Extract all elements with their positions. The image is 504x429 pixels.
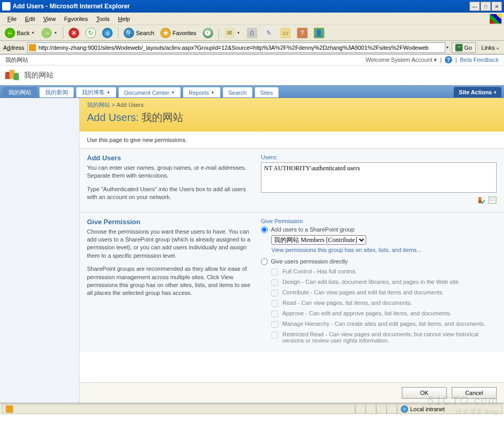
- perm-read: Read - Can view pages, list items, and d…: [271, 300, 497, 307]
- status-panel-main: [2, 404, 355, 414]
- radio-give-directly-input[interactable]: [261, 258, 268, 265]
- section-head-permission: Give Permission: [87, 218, 250, 226]
- sp-root-link[interactable]: 我的网站: [5, 56, 366, 64]
- radio-give-directly[interactable]: Give users permission directly: [261, 258, 497, 265]
- windows-flag-icon: [489, 14, 502, 24]
- view-permissions-link[interactable]: View permissions this group has on sites…: [271, 247, 497, 253]
- maximize-button[interactable]: □: [480, 2, 491, 11]
- page-status-icon: [6, 405, 13, 413]
- address-label: Address: [2, 45, 25, 51]
- ie-icon: [2, 2, 10, 10]
- help-icon[interactable]: ?: [445, 56, 452, 63]
- tab-document-center[interactable]: Document Center ▾: [118, 87, 181, 97]
- status-panel-1: [355, 404, 366, 414]
- perm-design: Design - Can edit lists, document librar…: [271, 279, 497, 286]
- give-permission-section: Give Permission Choose the permissions y…: [80, 212, 504, 352]
- address-bar: Address ▾ Go Links »: [0, 41, 504, 54]
- tab-search[interactable]: Search: [223, 87, 253, 97]
- stop-button[interactable]: ✕: [66, 26, 82, 40]
- edit-button[interactable]: ✎: [261, 26, 277, 40]
- cancel-button[interactable]: Cancel: [452, 387, 497, 399]
- menu-edit[interactable]: Edit: [21, 14, 39, 24]
- svg-point-0: [478, 197, 481, 200]
- search-button[interactable]: 🔍Search: [121, 26, 157, 40]
- menu-view[interactable]: View: [39, 14, 60, 24]
- window-title: Add Users - Microsoft Internet Explorer: [13, 3, 469, 10]
- tab-mynews[interactable]: 我的新闻: [39, 87, 74, 97]
- mail-button[interactable]: ✉▾: [222, 26, 243, 40]
- globe-icon: [401, 405, 408, 413]
- beta-feedback-link[interactable]: Beta Feedback: [460, 57, 499, 63]
- sp-site-title-area: 我的网站: [0, 65, 504, 85]
- menu-help[interactable]: Help: [114, 14, 134, 24]
- browse-users-icon[interactable]: [488, 196, 497, 204]
- breadcrumb-current: Add Users: [117, 102, 144, 108]
- tab-reports[interactable]: Reports ▾: [183, 87, 221, 97]
- radio-add-to-group[interactable]: Add users to a SharePoint group: [261, 226, 497, 233]
- svg-rect-1: [478, 200, 481, 203]
- status-panel-2: [366, 404, 376, 414]
- sp-top-nav: 我的网站 我的新闻 我的博客 ▾ Document Center ▾ Repor…: [0, 85, 504, 98]
- radio-add-to-group-input[interactable]: [261, 226, 268, 233]
- status-bar: Local intranet: [0, 403, 504, 414]
- content-area: 我的网站 > Add Users Add Users: 我的网站 Use thi…: [80, 98, 504, 403]
- section-head-addusers: Add Users: [87, 154, 250, 162]
- menu-tools[interactable]: Tools: [92, 14, 114, 24]
- svg-rect-2: [489, 197, 496, 203]
- close-button[interactable]: ✕: [491, 2, 502, 11]
- window-title-bar: Add Users - Microsoft Internet Explorer …: [0, 0, 504, 13]
- security-zone[interactable]: Local intranet: [397, 404, 502, 414]
- perm-contribute: Contribute - Can view pages and edit lis…: [271, 289, 497, 296]
- print-button[interactable]: ⎙: [244, 26, 260, 40]
- people-logo-icon: [5, 70, 20, 81]
- ok-button[interactable]: OK: [402, 387, 447, 399]
- favorites-button[interactable]: ★Favorites: [158, 26, 199, 40]
- quick-launch: [0, 98, 80, 403]
- perm-manage-hierarchy: Manage Hierarchy - Can create sites and …: [271, 321, 497, 328]
- add-users-section: Add Users You can enter user names, grou…: [80, 149, 504, 212]
- tab-mysite[interactable]: 我的网站: [3, 87, 37, 97]
- status-panel-4: [387, 404, 397, 414]
- menu-favorites[interactable]: Favorites: [60, 14, 92, 24]
- check-names-icon[interactable]: [477, 196, 485, 204]
- page-title: Add Users: 我的网站: [87, 111, 497, 125]
- button-row: OK Cancel: [80, 382, 504, 403]
- sp-welcome-band: 我的网站 Welcome System Account ▾ | ? | Beta…: [0, 54, 504, 65]
- page-description: Use this page to give new permissions.: [80, 131, 504, 149]
- forward-button[interactable]: →▾: [39, 26, 60, 40]
- perm-restricted-read: Restricted Read - Can view pages and doc…: [271, 331, 497, 344]
- history-button[interactable]: 🕘: [200, 26, 216, 40]
- welcome-menu[interactable]: Welcome System Account ▾: [366, 57, 437, 63]
- breadcrumb-root[interactable]: 我的网站: [87, 102, 110, 108]
- tab-myblog[interactable]: 我的博客 ▾: [76, 87, 116, 97]
- links-button[interactable]: Links »: [478, 43, 502, 52]
- site-title[interactable]: 我的网站: [24, 71, 53, 80]
- back-button[interactable]: ←Back▾: [2, 26, 38, 40]
- menu-file[interactable]: File: [3, 14, 21, 24]
- messenger-button[interactable]: 👤: [311, 26, 327, 40]
- perm-approve: Approve - Can edit and approve pages, li…: [271, 310, 497, 317]
- address-dropdown-icon[interactable]: ▾: [445, 45, 450, 50]
- users-textbox[interactable]: NT AUTHORITY\authenticated users: [261, 162, 497, 193]
- page-icon: [29, 44, 36, 51]
- menu-bar: File Edit View Favorites Tools Help: [0, 13, 504, 25]
- browser-toolbar: ←Back▾ →▾ ✕ ↻ ⌂ 🔍Search ★Favorites 🕘 ✉▾ …: [0, 25, 504, 41]
- go-icon: [455, 44, 463, 51]
- page-header: 我的网站 > Add Users Add Users: 我的网站: [80, 98, 504, 131]
- address-input[interactable]: [27, 42, 445, 53]
- discuss-button[interactable]: ▭: [278, 26, 293, 40]
- status-panel-3: [376, 404, 387, 414]
- home-button[interactable]: ⌂: [100, 26, 115, 40]
- tab-sites[interactable]: Sites: [255, 87, 279, 97]
- site-actions-menu[interactable]: Site Actions ▾: [454, 87, 501, 97]
- main-area: 我的网站 > Add Users Add Users: 我的网站 Use thi…: [0, 98, 504, 403]
- minimize-button[interactable]: —: [469, 2, 480, 11]
- perm-full-control: Full Control - Has full control.: [271, 268, 497, 276]
- research-button[interactable]: ?: [294, 26, 310, 40]
- go-button[interactable]: Go: [452, 42, 476, 53]
- users-label: Users:: [261, 154, 497, 160]
- permission-list: Full Control - Has full control. Design …: [271, 268, 497, 344]
- group-select[interactable]: 我的网站 Members [Contribute]: [271, 235, 366, 245]
- give-permission-label: Give Permission: [261, 218, 497, 224]
- refresh-button[interactable]: ↻: [83, 26, 98, 40]
